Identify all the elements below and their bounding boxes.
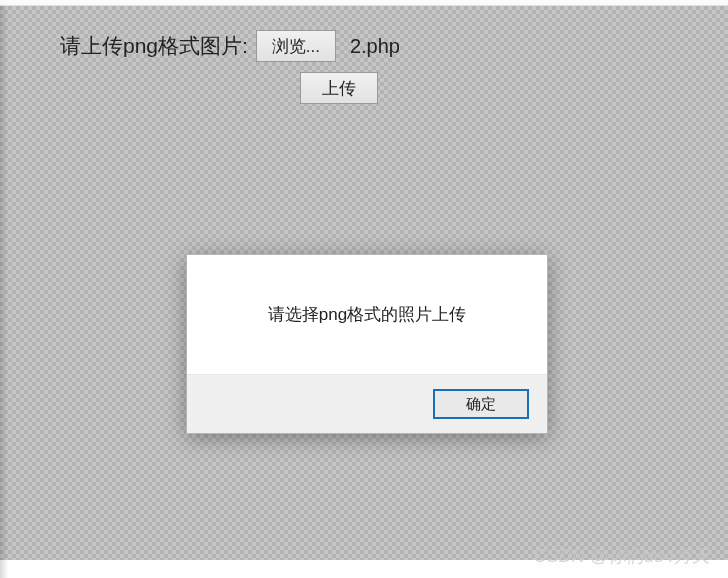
left-shadow xyxy=(0,6,8,578)
browse-button-label: 浏览... xyxy=(272,35,320,58)
upload-prompt-label: 请上传png格式图片: xyxy=(60,32,248,60)
footer-strip xyxy=(0,560,728,578)
upload-submit-row: 上传 xyxy=(300,72,378,104)
alert-dialog-body: 请选择png格式的照片上传 xyxy=(187,255,547,375)
alert-message: 请选择png格式的照片上传 xyxy=(268,305,466,324)
upload-submit-label: 上传 xyxy=(322,77,356,100)
ok-button[interactable]: 确定 xyxy=(433,389,529,419)
ok-button-label: 确定 xyxy=(466,395,496,414)
upload-form-row: 请上传png格式图片: 浏览... 2.php xyxy=(60,30,400,62)
alert-dialog: 请选择png格式的照片上传 确定 xyxy=(186,254,548,434)
browse-button[interactable]: 浏览... xyxy=(256,30,336,62)
selected-filename: 2.php xyxy=(350,35,400,58)
upload-submit-button[interactable]: 上传 xyxy=(300,72,378,104)
alert-dialog-footer: 确定 xyxy=(187,375,547,433)
page-background: 请上传png格式图片: 浏览... 2.php 上传 请选择png格式的照片上传… xyxy=(0,6,728,560)
